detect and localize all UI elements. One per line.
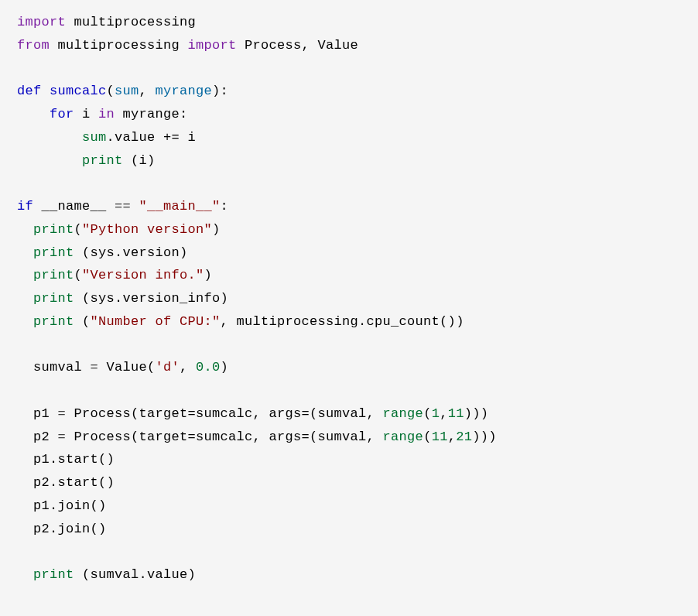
code-text: Process, Value: [237, 38, 359, 53]
kw-import: import: [17, 15, 66, 29]
string: "Number of CPU:": [91, 314, 221, 329]
code-text: multiprocessing: [66, 15, 196, 29]
number: 11: [432, 429, 448, 444]
number: 21: [456, 429, 472, 444]
code-text: multiprocessing: [50, 38, 188, 53]
param: sum: [115, 84, 139, 98]
python-code-block: import multiprocessing from multiprocess…: [0, 0, 698, 597]
string: "__main__": [139, 199, 221, 214]
kw-for: for: [50, 107, 74, 121]
number: 0.0: [196, 360, 221, 375]
builtin-print: print: [33, 567, 74, 582]
builtin-range: range: [383, 406, 424, 421]
code-line: p1.start(): [17, 452, 115, 467]
kw-if: if: [17, 199, 33, 214]
kw-import: import: [188, 38, 237, 53]
number: 1: [432, 406, 440, 421]
builtin-print: print: [33, 291, 74, 306]
code-line: p1.join(): [17, 498, 107, 513]
string: "Version info.": [82, 268, 204, 282]
code-line: p2.start(): [17, 475, 115, 490]
kw-from: from: [17, 38, 50, 53]
builtin-print: print: [33, 222, 74, 237]
string: 'd': [156, 360, 180, 375]
string: "Python version": [82, 222, 212, 237]
code-line: p2.join(): [17, 522, 107, 536]
kw-def: def: [17, 84, 42, 98]
function-name: sumcalc: [50, 84, 107, 98]
kw-in: in: [98, 107, 115, 121]
param: myrange: [156, 84, 213, 98]
builtin: sum: [82, 130, 107, 145]
builtin-range: range: [383, 429, 424, 444]
builtin-print: print: [33, 268, 74, 282]
number: 11: [448, 406, 464, 421]
builtin-print: print: [33, 245, 74, 260]
builtin-print: print: [33, 314, 74, 329]
builtin-print: print: [82, 153, 123, 168]
